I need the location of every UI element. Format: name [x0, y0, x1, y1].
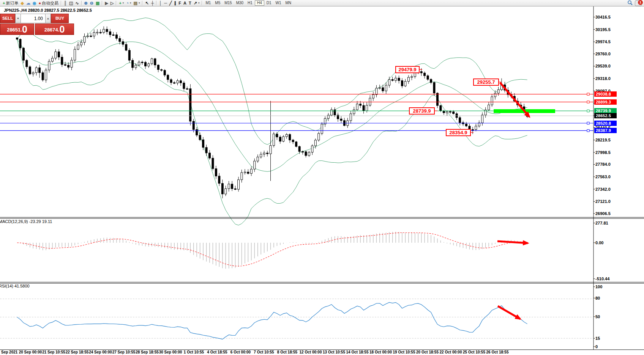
- tile-windows-button[interactable]: ▦: [95, 0, 101, 6]
- sell-button[interactable]: SELL: [0, 14, 15, 23]
- arrows-button[interactable]: ↗▾: [193, 0, 201, 6]
- candle-body: [26, 60, 28, 67]
- candle-body: [340, 119, 342, 120]
- candle-body: [148, 64, 150, 66]
- candle-body: [186, 89, 188, 90]
- candle-body: [135, 65, 137, 68]
- candlestick-chart-button[interactable]: ◫: [68, 0, 74, 6]
- candle-body: [391, 80, 393, 81]
- indicators-button[interactable]: +▾: [118, 0, 125, 6]
- vertical-line-button[interactable]: │: [158, 0, 163, 6]
- templates-caret-icon: ▾: [139, 2, 140, 5]
- candle-body: [42, 73, 44, 80]
- community-button[interactable]: ☁: [25, 0, 32, 6]
- zoom-out-button[interactable]: ⊖: [89, 0, 95, 6]
- candle-body: [475, 126, 477, 129]
- equidistant-channel-button[interactable]: ∥: [173, 0, 178, 6]
- candle-body: [433, 83, 435, 93]
- toolbar-buttons: +新订单◆☁◉●自动交易║◫∿⊕⊖▦▶▷+▾◔▾▤▾↖┼│─╱∥FAT↗▾: [2, 0, 200, 6]
- timeframe-w1-button[interactable]: W1: [274, 0, 283, 6]
- volume-decrease-button[interactable]: ▼: [15, 14, 21, 23]
- auto-trading-button[interactable]: ●自动交易: [38, 0, 60, 6]
- timeframe-mn-button[interactable]: MN: [284, 0, 294, 6]
- timeframe-d1-button[interactable]: D1: [265, 0, 273, 6]
- candle-body: [295, 142, 297, 146]
- candle-body: [446, 112, 448, 113]
- periods-button[interactable]: ◔▾: [125, 0, 132, 6]
- candle-body: [247, 172, 249, 174]
- volume-input[interactable]: [21, 14, 45, 23]
- candle-body: [90, 36, 92, 37]
- candle-body: [109, 32, 111, 35]
- line-chart-button[interactable]: ∿: [74, 0, 80, 6]
- candle-body: [132, 60, 134, 68]
- timeframe-m5-button[interactable]: M5: [213, 0, 222, 6]
- chart-shift-button[interactable]: ▷: [109, 0, 115, 6]
- periods-icon: ◔: [126, 0, 129, 6]
- candle-body: [488, 105, 490, 110]
- volume-increase-button[interactable]: ▲: [45, 14, 51, 23]
- horizontal-line-icon: ─: [164, 0, 167, 6]
- cursor-button[interactable]: ↖: [144, 0, 150, 6]
- candle-body: [305, 152, 307, 156]
- candle-body: [202, 140, 204, 147]
- signals-button[interactable]: ◉: [32, 0, 38, 6]
- buy-button[interactable]: BUY: [51, 14, 69, 23]
- candle-body: [250, 169, 252, 173]
- timeframe-m1-button[interactable]: M1: [204, 0, 213, 6]
- community-icon: ☁: [26, 0, 30, 6]
- toolbar-separator: [116, 1, 117, 5]
- notification-icon[interactable]: 1: [635, 0, 642, 6]
- candle-body: [270, 146, 271, 154]
- auto-scroll-button[interactable]: ▶: [104, 0, 109, 6]
- buy-price-button[interactable]: 28674.0: [35, 24, 74, 35]
- timeframe-m15-button[interactable]: M15: [223, 0, 234, 6]
- sell-price-button[interactable]: 28651.0: [0, 24, 34, 35]
- new-order-button[interactable]: +新订单: [2, 0, 19, 6]
- crosshair-button[interactable]: ┼: [150, 0, 155, 6]
- candle-body: [154, 59, 156, 65]
- timeframe-m30-button[interactable]: M30: [234, 0, 245, 6]
- candle-body: [115, 35, 117, 39]
- text-label-button[interactable]: T: [188, 0, 193, 6]
- market-watch-button[interactable]: ◆: [19, 0, 25, 6]
- fibonacci-button[interactable]: F: [177, 0, 182, 6]
- candle-body: [279, 137, 281, 141]
- candle-body: [58, 52, 60, 57]
- horizontal-line-button[interactable]: ─: [163, 0, 168, 6]
- templates-button[interactable]: ▤▾: [133, 0, 141, 6]
- arrows-caret-icon: ▾: [198, 2, 200, 5]
- candle-body: [314, 140, 316, 146]
- timeframe-h1-button[interactable]: H1: [246, 0, 254, 6]
- text-button[interactable]: A: [182, 0, 188, 6]
- candle-body: [376, 88, 377, 94]
- candle-body: [331, 110, 333, 115]
- search-icon[interactable]: [627, 0, 633, 6]
- candle-body: [170, 80, 172, 83]
- rsi-indicator-label: RSI(14) 41.5800: [0, 284, 30, 288]
- macd-signal-line: [17, 233, 527, 266]
- candle-body: [420, 72, 422, 73]
- zoom-in-button[interactable]: ⊕: [83, 0, 89, 6]
- candle-body: [427, 76, 429, 80]
- symbol-header: JPN225-,H4 28820.0 28827.5 28622.5 28652…: [4, 8, 92, 13]
- candle-body: [267, 153, 268, 154]
- candle-body: [298, 146, 300, 151]
- one-click-trade-panel: SELL ▼ ▲ BUY 28651.0 28674.0: [0, 14, 74, 35]
- candle-body: [183, 83, 185, 89]
- timeframe-h4-button[interactable]: H4: [255, 0, 264, 6]
- price-line-handle: [587, 93, 589, 95]
- trendline-button[interactable]: ╱: [168, 0, 173, 6]
- tile-windows-icon: ▦: [96, 0, 99, 6]
- candle-body: [449, 112, 451, 112]
- candle-body: [80, 42, 82, 45]
- candle-body: [276, 134, 278, 137]
- bar-chart-button[interactable]: ║: [63, 0, 68, 6]
- candle-body: [61, 57, 63, 65]
- candle-body: [164, 70, 166, 75]
- candle-body: [48, 61, 50, 70]
- notification-badge: 1: [638, 0, 643, 5]
- candle-body: [241, 173, 243, 180]
- candle-body: [71, 60, 73, 68]
- candle-body: [64, 64, 66, 65]
